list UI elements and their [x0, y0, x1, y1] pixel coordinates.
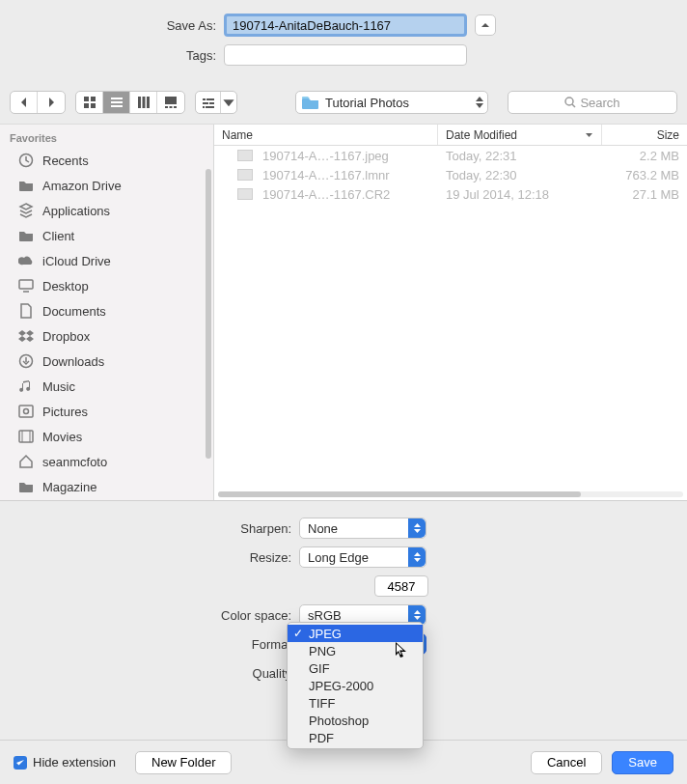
sidebar-item-label: Recents [42, 154, 89, 168]
cursor-icon [396, 642, 409, 662]
colorspace-label: Color space: [10, 608, 299, 623]
sidebar-item-label: iCloud Drive [42, 254, 111, 268]
svg-point-0 [565, 98, 573, 105]
tags-label: Tags: [10, 48, 224, 63]
format-option-jpeg[interactable]: JPEG [288, 625, 423, 642]
file-row[interactable]: 190714-A…-1167.jpegToday, 22:312.2 MB [214, 146, 687, 165]
new-folder-button[interactable]: New Folder [135, 751, 232, 774]
desktop-icon [17, 278, 35, 294]
col-size[interactable]: Size [602, 125, 687, 145]
file-icon [237, 150, 253, 161]
music-icon [17, 378, 35, 394]
sidebar-item-recents[interactable]: Recents [0, 148, 213, 173]
col-name[interactable]: Name [214, 125, 438, 145]
saveas-input[interactable] [224, 14, 467, 37]
sidebar-item-label: seanmcfoto [42, 455, 107, 469]
sharpen-select[interactable]: None [299, 518, 426, 539]
collapse-button[interactable] [475, 14, 496, 36]
columns-icon [137, 96, 151, 109]
sidebar-item-label: Movies [42, 430, 82, 444]
search-icon [564, 97, 576, 108]
sidebar-item-seanmcfoto[interactable]: seanmcfoto [0, 449, 213, 474]
forward-button[interactable] [38, 92, 65, 113]
sidebar-item-amazon-drive[interactable]: Amazon Drive [0, 173, 213, 198]
arrange-menu[interactable] [221, 92, 236, 113]
format-option-jpeg-2000[interactable]: JPEG-2000 [288, 677, 423, 694]
file-date: 19 Jul 2014, 12:18 [438, 187, 602, 202]
file-row[interactable]: 190714-A…-1167.CR219 Jul 2014, 12:1827.1… [214, 184, 687, 204]
view-icons-button[interactable] [76, 92, 103, 113]
sidebar-item-music[interactable]: Music [0, 374, 213, 399]
sidebar-scrollbar[interactable] [206, 169, 211, 459]
chevron-up-icon [481, 20, 490, 30]
sidebar-item-label: Downloads [42, 354, 104, 369]
sidebar-item-dropbox[interactable]: Dropbox [0, 323, 213, 349]
search-input[interactable]: Search [508, 91, 677, 114]
format-label: Format [10, 637, 299, 652]
chevron-right-icon [44, 96, 58, 109]
clock-icon [17, 153, 35, 168]
svg-rect-4 [19, 406, 33, 417]
sidebar-item-client[interactable]: Client [0, 223, 213, 248]
view-columns-button[interactable] [130, 92, 157, 113]
grid-icon [83, 96, 96, 109]
view-list-button[interactable] [103, 92, 130, 113]
folder-select[interactable]: Tutorial Photos [295, 91, 488, 114]
sidebar-item-icloud-drive[interactable]: iCloud Drive [0, 248, 213, 273]
resize-select[interactable]: Long Edge [299, 546, 426, 568]
apps-icon [17, 203, 35, 218]
folder-icon [17, 228, 35, 243]
file-size: 763.2 MB [602, 168, 687, 182]
sidebar-item-label: Pictures [42, 405, 88, 419]
sidebar-item-downloads[interactable]: Downloads [0, 349, 213, 374]
format-option-photoshop[interactable]: Photoshop [288, 712, 423, 729]
resize-number-input[interactable] [374, 575, 428, 597]
sidebar: Favorites RecentsAmazon DriveApplication… [0, 125, 214, 500]
chevron-left-icon [17, 96, 31, 109]
file-icon [237, 169, 253, 181]
svg-rect-6 [19, 431, 33, 442]
pictures-icon [17, 404, 35, 419]
file-name: 190714-A…-1167.CR2 [262, 187, 390, 202]
col-date[interactable]: Date Modified [438, 125, 602, 145]
back-button[interactable] [11, 92, 38, 113]
sidebar-item-pictures[interactable]: Pictures [0, 399, 213, 424]
folder-icon [302, 96, 319, 109]
svg-point-5 [24, 409, 29, 414]
file-name: 190714-A…-1167.lmnr [262, 168, 390, 182]
sidebar-item-label: Desktop [42, 279, 89, 294]
arrange-group[interactable] [195, 91, 237, 114]
tags-input[interactable] [224, 44, 467, 66]
save-button[interactable]: Save [612, 751, 673, 774]
resize-label: Resize: [10, 550, 299, 565]
arrange-button[interactable] [196, 92, 221, 113]
gallery-icon [164, 96, 178, 109]
sidebar-item-applications[interactable]: Applications [0, 198, 213, 223]
saveas-label: Save As: [10, 18, 224, 33]
sidebar-item-label: Amazon Drive [42, 179, 122, 193]
view-gallery-button[interactable] [157, 92, 184, 113]
quality-label: Quality [10, 666, 299, 681]
sidebar-item-movies[interactable]: Movies [0, 424, 213, 449]
format-option-pdf[interactable]: PDF [288, 729, 423, 746]
sidebar-item-desktop[interactable]: Desktop [0, 273, 213, 298]
h-scrollbar[interactable] [214, 489, 687, 500]
file-row[interactable]: 190714-A…-1167.lmnrToday, 22:30763.2 MB [214, 165, 687, 184]
format-option-tiff[interactable]: TIFF [288, 694, 423, 712]
sharpen-label: Sharpen: [10, 521, 299, 536]
cancel-button[interactable]: Cancel [531, 751, 602, 774]
list-icon [110, 96, 124, 109]
sidebar-item-label: Music [42, 379, 75, 394]
sidebar-item-documents[interactable]: Documents [0, 298, 213, 323]
hide-extension-checkbox[interactable]: Hide extension [14, 755, 116, 770]
file-icon [237, 188, 253, 200]
file-list: Name Date Modified Size 190714-A…-1167.j… [214, 125, 687, 500]
file-name: 190714-A…-1167.jpeg [262, 149, 389, 163]
settings-icon [202, 96, 215, 109]
sidebar-item-magazine[interactable]: Magazine [0, 474, 213, 499]
file-list-header: Name Date Modified Size [214, 125, 687, 146]
nav-group [10, 91, 66, 114]
view-group [75, 91, 185, 114]
file-date: Today, 22:31 [438, 149, 602, 163]
sidebar-item-label: Magazine [42, 480, 96, 494]
